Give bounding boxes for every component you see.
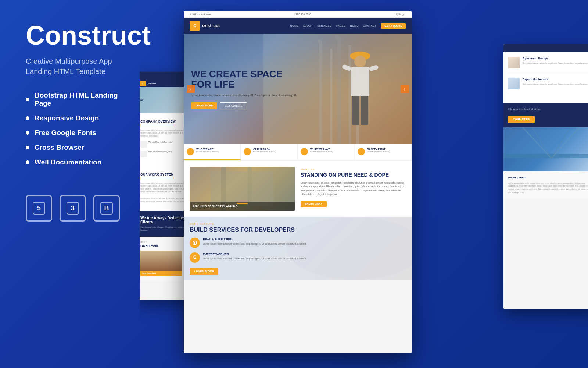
svg-rect-15 <box>351 67 369 96</box>
card-content-1: Apartment Design Get interior design ide… <box>523 57 588 64</box>
stat-desc: Lorem ipsum is dummy <box>367 151 390 153</box>
contact-us-btn[interactable]: CONTACT US <box>508 116 535 123</box>
feature-desc-2: Lorem ipsum dolor sit amet, consectetur … <box>203 257 306 261</box>
feature-title-1: REAL & PURE STEEL <box>203 238 306 241</box>
screenshot-main: info@testmail.com +123 456 7890 f t y in… <box>184 11 412 353</box>
feature-label: Well Documentation <box>35 158 101 166</box>
icon-box <box>140 151 147 157</box>
nav-cta: GET A QUOTE <box>381 23 406 29</box>
about-description: Lorem ipsum dolor sit amet, consectetur … <box>301 181 406 197</box>
feature-icon-2 <box>190 252 200 263</box>
stat-desc: Lorem ipsum is dummy <box>310 151 333 153</box>
person-card: John Greenfield <box>140 251 182 276</box>
features-learn-more[interactable]: LEARN MORE <box>190 268 218 275</box>
stat-icon <box>301 148 308 155</box>
about-section: ANY KIND PROJECT PLANNING ABOUT US STAND… <box>184 161 412 217</box>
logo-icon: C <box>190 21 200 31</box>
svg-text:3: 3 <box>71 205 75 212</box>
svg-rect-18 <box>352 96 359 125</box>
bullet-icon <box>26 131 29 135</box>
hero-prev-arrow[interactable]: ‹ <box>187 85 195 93</box>
card-desc-1: Get interior design ideas for your home … <box>523 61 588 64</box>
card-icon-2 <box>508 78 520 89</box>
feature-label: Free Google Fonts <box>35 129 96 137</box>
topbar-phone: +123 456 7890 <box>294 13 311 15</box>
stat-title: WHO WE ARE <box>196 148 219 151</box>
feature-label: Responsive Design <box>35 114 99 122</box>
topbar-social: f t y in g + <box>394 13 406 15</box>
svg-rect-7 <box>330 49 333 144</box>
svg-point-26 <box>194 256 196 258</box>
person-photo <box>140 251 182 271</box>
features-heading: BUILD SERVICES FOR DEVELOPERS <box>190 227 406 233</box>
svg-text:5: 5 <box>37 205 41 212</box>
card-title-1: Apartment Design <box>523 57 588 60</box>
stat-title: WHAT WE HAVE <box>310 148 333 151</box>
list-item: Well Documentation <box>26 158 121 166</box>
feature-text-2: EXPERT WORKER Lorem ipsum dolor sit amet… <box>203 252 306 261</box>
about-text-content: ABOUT US STANDING ON PURE NEED & DOPE Lo… <box>301 167 406 211</box>
topbar-email: info@testmail.com <box>190 13 211 15</box>
features-section: CORE FEATURE BUILD SERVICES FOR DEVELOPE… <box>184 217 412 280</box>
about-learn-more[interactable]: LEARN MORE <box>301 201 327 207</box>
right-card-1: Apartment Design Get interior design ide… <box>508 57 588 73</box>
get-quote-btn[interactable]: GET A QUOTE <box>220 102 247 109</box>
about-image: ANY KIND PROJECT PLANNING <box>190 167 295 211</box>
css3-icon: 3 <box>60 195 86 222</box>
svg-rect-29 <box>503 154 588 158</box>
nav-services: SERVICES <box>317 25 331 27</box>
feature-desc-1: Lorem ipsum dolor sit amet, consectetur … <box>203 242 306 246</box>
bullet-icon <box>26 98 29 101</box>
icon-text: We Use Real High Technology <box>148 141 173 144</box>
stat-content: WHO WE ARE Lorem ipsum is dummy <box>196 148 219 153</box>
svg-rect-16 <box>341 64 352 71</box>
features-list: Bootstrap HTML Landing Page Responsive D… <box>26 91 121 173</box>
right-cards: Apartment Design Get interior design ide… <box>503 52 588 103</box>
nav-links: HOME ABOUT SERVICES PAGES NEWS CONTACT G… <box>290 23 406 29</box>
card-content-2: Expert Mechanical Get interior design id… <box>523 78 588 85</box>
person-info: John Greenfield <box>140 271 182 276</box>
nav-news: NEWS <box>350 25 358 27</box>
site-logo: C onstruct <box>190 21 220 31</box>
stat-icon <box>358 148 365 155</box>
icon-item: We Use Real High Technology <box>140 141 182 148</box>
feature-item-2: EXPERT WORKER Lorem ipsum dolor sit amet… <box>190 252 406 263</box>
site-topbar: info@testmail.com +123 456 7890 f t y in… <box>184 11 412 18</box>
stat-who-we-are: WHO WE ARE Lorem ipsum is dummy <box>184 144 241 160</box>
tech-icons-row: 5 3 B <box>26 195 121 222</box>
stat-title: OUR MISSION <box>253 148 276 151</box>
icon-box <box>140 141 147 148</box>
bullet-icon <box>26 146 29 149</box>
learn-more-btn[interactable]: LEARN MORE <box>191 102 217 109</box>
list-item: Cross Browser <box>26 144 121 152</box>
card-desc-2: Get interior design ideas for your home … <box>523 82 588 85</box>
company-overview-title: COMPANY OVERVIEW <box>140 120 176 125</box>
stat-desc: Lorem ipsum is dummy <box>253 151 276 153</box>
html5-icon: 5 <box>26 195 52 222</box>
screenshot-right: Apartment Design Get interior design ide… <box>503 44 588 309</box>
card-icon-1 <box>508 57 520 68</box>
icon-text: No Compromise With Quality <box>148 151 172 153</box>
svg-rect-6 <box>319 41 322 144</box>
site-navbar: C onstruct HOME ABOUT SERVICES PAGES NEW… <box>184 18 412 34</box>
stat-content: SAFETY FIRST Lorem ipsum is dummy <box>367 148 390 153</box>
right-image <box>503 127 588 171</box>
work-system-title: OUR WORK SYSTEM <box>140 173 174 178</box>
stat-desc: Lorem ipsum is dummy <box>196 151 219 153</box>
logo-text: onstruct <box>202 23 220 28</box>
hero-title: WE CREATE SPACE FOR LIFE <box>191 69 302 90</box>
feature-title-2: EXPERT WORKER <box>203 252 306 256</box>
svg-text:B: B <box>104 205 109 212</box>
list-item: Bootstrap HTML Landing Page <box>26 91 121 107</box>
person-name: John Greenfield <box>142 272 181 275</box>
nav-home: HOME <box>290 25 298 27</box>
bottom-title: Development <box>508 176 588 179</box>
nav-contact: CONTACT <box>363 25 376 27</box>
right-panel: C onstruct HOME ABOUT SERVICES PAGES Ab … <box>140 0 588 368</box>
bottom-text: sed ut perspiciatis unde omnis iste natu… <box>508 181 588 194</box>
hero-content: WE CREATE SPACE FOR LIFE Lorem ipsum dol… <box>184 61 309 117</box>
hero-next-arrow[interactable]: › <box>401 85 409 93</box>
main-container: Construct Creative Multipurpose App Land… <box>0 0 588 368</box>
bullet-icon <box>26 160 29 164</box>
svg-point-11 <box>318 39 321 43</box>
